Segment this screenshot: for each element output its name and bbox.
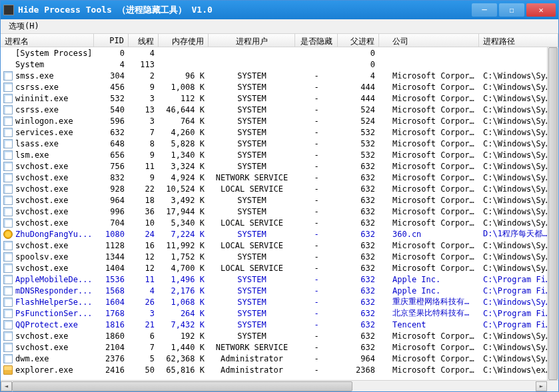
process-icon [3, 83, 13, 92]
process-mem: 1,752 K [159, 252, 209, 262]
table-row[interactable]: winlogon.exe5963764 KSYSTEM-524Microsoft… [1, 115, 558, 126]
process-user: SYSTEM [209, 286, 295, 296]
table-row[interactable]: svchost.exe9963617,944 KSYSTEM-632Micros… [1, 206, 558, 217]
vertical-scrollbar-thumb[interactable] [548, 47, 558, 380]
process-mem: 96 K [159, 71, 209, 81]
process-threads: 3 [129, 116, 159, 126]
table-row[interactable]: [System Process]040 [1, 47, 558, 59]
process-user: SYSTEM [209, 308, 295, 319]
process-mem: 10,524 K [159, 184, 209, 194]
col-header-pid[interactable]: PID [94, 34, 129, 47]
table-row[interactable]: svchost.exe210471,440 KNETWORK SERVICE-6… [1, 341, 558, 353]
process-threads: 50 [129, 365, 159, 375]
process-pid: 756 [94, 161, 129, 172]
close-button[interactable]: ✕ [526, 3, 556, 17]
table-row[interactable]: AppleMobileDe...1536111,496 KSYSTEM-632A… [1, 274, 558, 285]
process-hidden: - [295, 365, 338, 375]
process-company: Microsoft Corporation [379, 206, 479, 217]
process-pid: 2416 [94, 365, 129, 375]
process-pid: 1344 [94, 252, 129, 262]
process-mem: 4,924 K [159, 172, 209, 183]
process-parent: 2368 [338, 365, 379, 375]
minimize-button[interactable]: ─ [472, 3, 497, 17]
process-hidden: - [295, 263, 338, 274]
table-row[interactable]: explorer.exe24165065,816 KAdministrator-… [1, 364, 558, 375]
process-pid: 964 [94, 195, 129, 206]
scroll-right-button[interactable]: ► [536, 381, 547, 391]
process-hidden: - [295, 206, 338, 217]
process-name: QQProtect.exe [15, 320, 78, 329]
process-hidden: - [295, 161, 338, 172]
table-row[interactable]: smss.exe304296 KSYSTEM-4Microsoft Corpor… [1, 70, 558, 81]
process-parent: 632 [338, 184, 379, 194]
process-user: SYSTEM [209, 161, 295, 172]
col-header-company[interactable]: 公司 [379, 34, 479, 47]
process-parent: 524 [338, 116, 379, 126]
process-user: SYSTEM [209, 104, 295, 115]
menu-options[interactable]: 选项(H) [5, 19, 43, 33]
table-row[interactable]: csrss.exe5401346,644 KSYSTEM-524Microsof… [1, 104, 558, 115]
process-threads: 24 [129, 229, 159, 240]
process-icon [3, 218, 13, 228]
process-hidden: - [295, 274, 338, 285]
col-header-mem[interactable]: 内存使用 [159, 34, 209, 47]
process-user: SYSTEM [209, 252, 295, 262]
process-parent: 632 [338, 342, 379, 353]
table-row[interactable]: System41130 [1, 59, 558, 70]
col-header-parent[interactable]: 父进程 [338, 34, 379, 47]
process-pid: 596 [94, 116, 129, 126]
process-user: SYSTEM [209, 82, 295, 93]
titlebar[interactable]: Hide Process Tools （进程隐藏工具） V1.0 ─ ☐ ✕ [1, 1, 558, 19]
table-row[interactable]: QQProtect.exe1816217,432 KSYSTEM-632Tenc… [1, 319, 558, 330]
table-row[interactable]: services.exe63274,260 KSYSTEM-532Microso… [1, 126, 558, 138]
col-header-path[interactable]: 进程路径 [479, 34, 558, 47]
process-threads: 4 [129, 286, 159, 296]
table-row[interactable]: dwm.exe2376562,368 KAdministrator-964Mic… [1, 353, 558, 364]
process-threads: 16 [129, 240, 159, 251]
col-header-name[interactable]: 进程名 [1, 34, 94, 47]
scroll-left-button[interactable]: ◄ [1, 381, 12, 391]
process-name: svchost.exe [15, 207, 68, 216]
table-row[interactable]: spoolsv.exe1344121,752 KSYSTEM-632Micros… [1, 251, 558, 262]
table-row[interactable]: svchost.exe83294,924 KNETWORK SERVICE-63… [1, 172, 558, 183]
table-row[interactable]: svchost.exe704105,340 KLOCAL SERVICE-632… [1, 217, 558, 228]
process-threads: 11 [129, 274, 159, 285]
table-row[interactable]: svchost.exe756113,324 KSYSTEM-632Microso… [1, 160, 558, 172]
maximize-button[interactable]: ☐ [499, 3, 524, 17]
process-company: 360.cn [379, 229, 479, 240]
col-header-user[interactable]: 进程用户 [209, 34, 295, 47]
table-row[interactable]: svchost.exe964183,492 KSYSTEM-632Microso… [1, 194, 558, 206]
process-company: Microsoft Corporation [379, 104, 479, 115]
table-row[interactable]: PsFunctionSer...17683264 KSYSTEM-632北京坚果… [1, 307, 558, 319]
horizontal-scrollbar-track[interactable] [12, 381, 536, 391]
table-row[interactable]: wininit.exe5323112 KSYSTEM-444Microsoft … [1, 93, 558, 104]
table-row[interactable]: lsm.exe65691,340 KSYSTEM-532Microsoft Co… [1, 149, 558, 160]
process-parent: 632 [338, 297, 379, 307]
table-row[interactable]: ZhuDongFangYu...1080247,224 KSYSTEM-6323… [1, 228, 558, 240]
table-row[interactable]: mDNSResponder...156842,176 KSYSTEM-632Ap… [1, 285, 558, 296]
process-threads: 26 [129, 297, 159, 307]
table-row[interactable]: svchost.exe1404124,700 KLOCAL SERVICE-63… [1, 262, 558, 274]
process-mem: 46,644 K [159, 104, 209, 115]
table-row[interactable]: FlashHelperSe...1604261,068 KSYSTEM-632重… [1, 296, 558, 307]
process-user: SYSTEM [209, 71, 295, 81]
col-header-hidden[interactable]: 是否隐藏 [295, 34, 338, 47]
process-threads: 5 [129, 353, 159, 364]
app-icon [3, 5, 14, 15]
process-company: Microsoft Corporation [379, 342, 479, 353]
process-hidden: - [295, 82, 338, 93]
process-pid: 1128 [94, 240, 129, 251]
table-row[interactable]: csrss.exe45691,008 KSYSTEM-444Microsoft … [1, 81, 558, 93]
process-pid: 1568 [94, 286, 129, 296]
table-row[interactable]: svchost.exe18606192 KSYSTEM-632Microsoft… [1, 330, 558, 341]
table-row[interactable]: svchost.exe11281611,992 KLOCAL SERVICE-6… [1, 240, 558, 251]
table-row[interactable]: svchost.exe9282210,524 KLOCAL SERVICE-63… [1, 183, 558, 194]
table-row[interactable]: lsass.exe64885,828 KSYSTEM-532Microsoft … [1, 138, 558, 149]
process-threads: 13 [129, 104, 159, 115]
horizontal-scrollbar-thumb[interactable] [12, 381, 352, 391]
vertical-scrollbar[interactable] [547, 47, 558, 380]
horizontal-scrollbar[interactable]: ◄ ► [1, 380, 558, 391]
col-header-threads[interactable]: 线程 [129, 34, 159, 47]
process-user: SYSTEM [209, 116, 295, 126]
process-user: SYSTEM [209, 127, 295, 138]
